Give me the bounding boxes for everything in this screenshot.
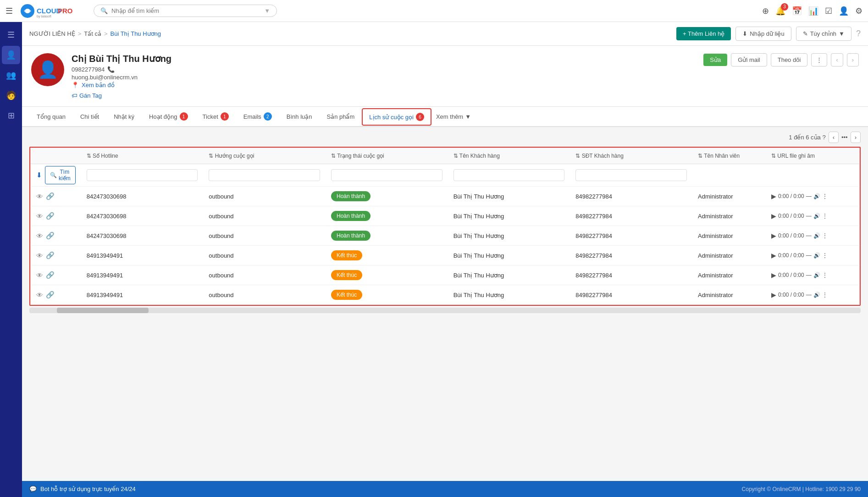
col-phone[interactable]: ⇅ SĐT Khách hàng (570, 148, 692, 164)
scrollbar-thumb[interactable] (57, 308, 149, 313)
play-button-0[interactable]: ▶ (771, 193, 776, 200)
tab-binh-luan[interactable]: Bình luận (279, 108, 320, 127)
col-status[interactable]: ⇅ Trạng thái cuộc gọi (326, 148, 448, 164)
status-badge-0: Hoàn thành (331, 191, 370, 201)
import-button[interactable]: ⬇ Nhập dữ liệu (735, 27, 791, 41)
play-button-2[interactable]: ▶ (771, 232, 776, 239)
tab-nhat-ky[interactable]: Nhật ký (106, 108, 142, 127)
row-phone-2: 84982277984 (570, 226, 692, 246)
view-icon-5[interactable]: 👁 (36, 291, 43, 299)
audio-vol-icon-1[interactable]: — (806, 213, 812, 219)
sidebar-item-grid[interactable]: ⊞ (2, 106, 20, 125)
sidebar: ☰ 👤 👥 🧑 ⊞ (0, 22, 22, 497)
link-icon-4[interactable]: 🔗 (46, 271, 55, 279)
audio-vol-icon-5[interactable]: — (806, 292, 812, 298)
pagination-next[interactable]: › (851, 132, 861, 143)
audio-more-2[interactable]: ⋮ (822, 232, 828, 239)
search-input[interactable] (111, 7, 260, 14)
contact-location[interactable]: 📍 Xem bản đồ (72, 82, 696, 88)
user-icon[interactable]: 👤 (839, 6, 849, 16)
chart-icon[interactable]: 📊 (808, 6, 818, 16)
audio-vol-icon-0[interactable]: — (806, 193, 812, 199)
notification-icon[interactable]: 🔔 3 (775, 6, 785, 16)
prev-contact-button[interactable]: ‹ (831, 53, 843, 66)
link-icon-2[interactable]: 🔗 (46, 232, 55, 240)
view-icon-0[interactable]: 👁 (36, 193, 43, 200)
audio-mute-icon-5[interactable]: 🔊 (813, 292, 820, 298)
link-icon-0[interactable]: 🔗 (46, 192, 55, 200)
follow-button[interactable]: Theo dõi (771, 53, 808, 66)
task-icon[interactable]: ☑ (825, 6, 832, 16)
filter-hotline-input[interactable] (87, 169, 198, 181)
send-mail-button[interactable]: Gửi mail (731, 53, 767, 66)
breadcrumb-root[interactable]: NGƯỜI LIÊN HỆ (29, 30, 75, 37)
col-direction[interactable]: ⇅ Hướng cuộc gọi (203, 148, 326, 164)
search-dropdown-icon[interactable]: ▼ (264, 7, 270, 14)
next-contact-button[interactable]: › (847, 53, 859, 66)
col-staff[interactable]: ⇅ Tên Nhân viên (692, 148, 766, 164)
audio-mute-icon-2[interactable]: 🔊 (813, 232, 820, 239)
hamburger-icon[interactable]: ☰ (6, 6, 13, 16)
calendar-icon[interactable]: 📅 (792, 6, 802, 16)
audio-mute-icon-1[interactable]: 🔊 (813, 213, 820, 219)
breadcrumb-all[interactable]: Tất cả (84, 30, 101, 37)
audio-mute-icon-0[interactable]: 🔊 (813, 193, 820, 199)
location-link[interactable]: Xem bản đồ (82, 82, 115, 88)
tab-hoat-dong[interactable]: Hoạt động 1 (142, 107, 195, 127)
view-icon-1[interactable]: 👁 (36, 212, 43, 220)
sidebar-item-contacts[interactable]: 👤 (2, 46, 20, 64)
audio-more-3[interactable]: ⋮ (822, 252, 828, 259)
sidebar-item-profile[interactable]: 🧑 (2, 86, 20, 105)
pagination-dots[interactable]: ••• (841, 134, 848, 141)
audio-mute-icon-3[interactable]: 🔊 (813, 252, 820, 259)
link-icon-3[interactable]: 🔗 (46, 251, 55, 260)
sidebar-item-menu[interactable]: ☰ (2, 26, 20, 44)
audio-vol-icon-3[interactable]: — (806, 252, 812, 259)
settings-icon[interactable]: ⚙ (855, 6, 862, 16)
col-audio[interactable]: ⇅ URL file ghi âm (766, 148, 860, 164)
custom-button[interactable]: ✎ Tùy chỉnh ▼ (796, 27, 851, 41)
view-icon-3[interactable]: 👁 (36, 252, 43, 260)
tab-san-pham[interactable]: Sản phẩm (319, 108, 362, 127)
add-contact-button[interactable]: + Thêm Liên hệ (676, 27, 731, 40)
audio-more-1[interactable]: ⋮ (822, 213, 828, 219)
view-icon-2[interactable]: 👁 (36, 232, 43, 240)
tag-button[interactable]: 🏷 Gán Tag (72, 92, 102, 99)
col-hotline[interactable]: ⇅ Số Hotline (81, 148, 204, 164)
tab-chi-tiet[interactable]: Chi tiết (73, 108, 106, 127)
audio-vol-icon-4[interactable]: — (806, 272, 812, 278)
filter-phone-input[interactable] (575, 169, 687, 181)
sidebar-item-users[interactable]: 👥 (2, 66, 20, 84)
horizontal-scrollbar[interactable] (29, 308, 861, 313)
add-icon[interactable]: ⊕ (762, 6, 769, 16)
audio-vol-icon-2[interactable]: — (806, 232, 812, 239)
filter-direction-input[interactable] (209, 169, 320, 181)
filter-icon[interactable]: ⬇ (36, 171, 42, 179)
audio-more-4[interactable]: ⋮ (822, 272, 828, 278)
play-button-4[interactable]: ▶ (771, 271, 776, 279)
view-icon-4[interactable]: 👁 (36, 271, 43, 279)
link-icon-5[interactable]: 🔗 (46, 291, 55, 299)
tab-ticket[interactable]: Ticket 1 (195, 107, 236, 127)
link-icon-1[interactable]: 🔗 (46, 212, 55, 220)
filter-status-input[interactable] (331, 169, 442, 181)
play-button-3[interactable]: ▶ (771, 252, 776, 259)
play-button-1[interactable]: ▶ (771, 212, 776, 220)
tab-xem-them[interactable]: Xem thêm ▼ (431, 108, 475, 126)
pagination-prev[interactable]: ‹ (829, 132, 839, 143)
filter-customer-input[interactable] (453, 169, 565, 181)
help-icon[interactable]: ? (856, 29, 861, 39)
tab-lich-su-cuoc-goi[interactable]: Lịch sử cuộc gọi 6 (362, 108, 431, 126)
edit-button[interactable]: Sửa (703, 54, 727, 66)
more-actions-button[interactable]: ⋮ (811, 53, 827, 66)
search-button[interactable]: 🔍 Tìm kiếm (45, 166, 76, 184)
audio-mute-icon-4[interactable]: 🔊 (813, 272, 820, 278)
search-bar[interactable]: 🔍 ▼ (94, 5, 277, 17)
audio-more-0[interactable]: ⋮ (822, 193, 828, 199)
play-button-5[interactable]: ▶ (771, 291, 776, 298)
audio-more-5[interactable]: ⋮ (822, 292, 828, 298)
tab-tong-quan[interactable]: Tổng quan (29, 108, 73, 127)
tab-emails[interactable]: Emails 2 (236, 107, 279, 127)
chat-support[interactable]: 💬 Bot hỗ trợ sử dụng trực tuyến 24/24 (29, 486, 136, 492)
col-customer[interactable]: ⇅ Tên Khách hàng (448, 148, 570, 164)
